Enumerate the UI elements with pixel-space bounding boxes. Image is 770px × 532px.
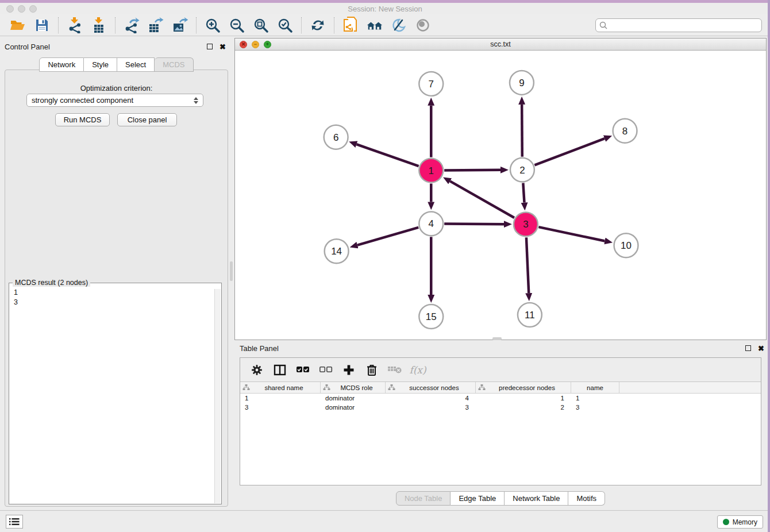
cell-shared-name[interactable]: 3	[240, 403, 321, 412]
graph-edge-2-3[interactable]	[523, 183, 524, 202]
column-header-name[interactable]: name	[571, 382, 619, 393]
float-panel-icon[interactable]	[745, 345, 751, 351]
deselect-all-icon[interactable]	[317, 363, 334, 377]
tab-style[interactable]: Style	[84, 57, 117, 72]
network-minimize-button[interactable]: −	[252, 41, 259, 48]
function-builder-icon: f(x)	[409, 363, 426, 377]
criterion-select[interactable]: strongly connected component	[26, 94, 203, 107]
export-table-icon[interactable]	[147, 17, 164, 34]
network-window-titlebar[interactable]: ✕ − + scc.txt	[235, 38, 766, 51]
eye-icon[interactable]	[414, 17, 432, 34]
cell-successor-nodes[interactable]: 3	[386, 403, 476, 412]
node-table-container: f(x) shared name MCDS role successor nod…	[240, 357, 761, 485]
cell-name[interactable]: 3	[571, 403, 619, 412]
result-scrollbar[interactable]	[214, 289, 221, 503]
graph-edge-2-9[interactable]	[522, 105, 522, 157]
table-row[interactable]: 1 dominator 4 1 1	[240, 394, 761, 403]
graph-edge-3-11[interactable]	[526, 237, 529, 293]
splitter-grip[interactable]	[492, 337, 502, 340]
column-header-filler	[619, 382, 761, 393]
refresh-layout-icon[interactable]	[309, 17, 326, 34]
export-image-icon[interactable]	[171, 17, 188, 34]
float-panel-icon[interactable]	[207, 44, 213, 49]
graph-edge-1-2[interactable]	[444, 170, 500, 171]
export-network-icon[interactable]	[123, 17, 140, 34]
zoom-out-icon[interactable]	[228, 17, 245, 34]
zoom-selected-icon[interactable]	[276, 17, 294, 34]
tab-network-table[interactable]: Network Table	[505, 491, 568, 506]
import-network-icon[interactable]	[66, 17, 83, 34]
tab-mcds[interactable]: MCDS	[155, 57, 193, 72]
tab-select[interactable]: Select	[117, 57, 155, 72]
close-panel-icon[interactable]: ✖	[758, 344, 764, 353]
toolbar-separator	[196, 17, 197, 33]
home-network-icon[interactable]	[366, 17, 383, 34]
mcds-result-title: MCDS result (2 nodes)	[13, 279, 90, 287]
cell-mcds-role[interactable]: dominator	[321, 403, 386, 412]
table-row[interactable]: 3 dominator 3 2 3	[240, 403, 761, 412]
open-session-icon[interactable]	[9, 17, 26, 34]
column-header-mcds-role[interactable]: MCDS role	[321, 382, 386, 393]
graph-edge-3-1[interactable]	[450, 181, 514, 218]
control-panel-tabs: Network Style Select MCDS	[5, 57, 228, 72]
memory-button[interactable]: Memory	[717, 515, 763, 529]
select-all-icon[interactable]	[294, 363, 311, 377]
zoom-fit-icon[interactable]	[252, 17, 270, 34]
graph-edge-2-8[interactable]	[534, 138, 605, 165]
cell-successor-nodes[interactable]: 4	[386, 394, 476, 403]
save-session-icon[interactable]	[33, 17, 51, 34]
table-panel-tabs: Node Table Edge Table Network Table Moti…	[234, 491, 767, 506]
mcds-result-text[interactable]: 1 3	[9, 283, 221, 307]
memory-label: Memory	[733, 518, 757, 526]
control-panel: Control Panel ✖ Network Style Select MCD…	[5, 40, 228, 507]
graphics-details-icon[interactable]	[390, 17, 407, 34]
close-panel-icon[interactable]: ✖	[220, 43, 226, 51]
network-canvas[interactable]: 7968124314101511	[235, 51, 766, 340]
add-column-icon[interactable]	[340, 363, 357, 377]
main-toolbar	[0, 14, 770, 36]
network-graph: 7968124314101511	[235, 51, 766, 340]
cell-shared-name[interactable]: 1	[240, 394, 321, 403]
search-icon	[599, 21, 607, 29]
toolbar-separator	[334, 17, 334, 33]
cell-name[interactable]: 1	[571, 394, 619, 403]
clone-network-icon[interactable]	[342, 17, 359, 34]
task-history-button[interactable]	[6, 515, 23, 529]
column-header-shared-name[interactable]: shared name	[240, 382, 321, 393]
graph-node-label: 15	[426, 311, 437, 322]
columns-icon[interactable]	[271, 363, 288, 377]
gear-icon[interactable]	[248, 363, 265, 377]
tab-motifs[interactable]: Motifs	[568, 491, 605, 506]
cell-predecessor-nodes[interactable]: 1	[476, 394, 571, 403]
run-mcds-button[interactable]: Run MCDS	[55, 113, 110, 126]
graph-edge-4-3[interactable]	[444, 224, 504, 225]
search-input[interactable]	[610, 21, 758, 29]
cell-predecessor-nodes[interactable]: 2	[476, 403, 571, 412]
graph-edge-1-6[interactable]	[356, 144, 418, 166]
list-icon	[9, 518, 20, 526]
column-header-predecessor-nodes[interactable]: predecessor nodes	[476, 382, 571, 393]
graph-edge-3-10[interactable]	[538, 227, 605, 241]
graph-node-label: 11	[525, 310, 535, 321]
optimization-criterion-label: Optimization criterion:	[5, 84, 228, 92]
cell-mcds-role[interactable]: dominator	[321, 394, 386, 403]
tab-edge-table[interactable]: Edge Table	[451, 491, 505, 506]
tree-icon	[478, 384, 486, 391]
mcds-result-line: 3	[14, 298, 218, 307]
search-field[interactable]	[595, 18, 762, 32]
close-panel-button[interactable]: Close panel	[117, 113, 177, 126]
mcds-result-box: MCDS result (2 nodes) 1 3	[9, 283, 222, 504]
column-header-successor-nodes[interactable]: successor nodes	[386, 382, 476, 393]
splitter-grip[interactable]	[230, 261, 233, 281]
graph-edge-4-14[interactable]	[357, 228, 418, 245]
network-close-button[interactable]: ✕	[240, 41, 247, 48]
import-table-icon[interactable]	[90, 17, 107, 34]
zoom-in-icon[interactable]	[204, 17, 221, 34]
graph-node-label: 2	[519, 165, 525, 176]
network-maximize-button[interactable]: +	[264, 41, 271, 48]
tab-network[interactable]: Network	[39, 57, 84, 72]
mcds-panel-body: Optimization criterion: strongly connect…	[5, 70, 228, 507]
tab-node-table[interactable]: Node Table	[396, 491, 451, 506]
delete-column-icon[interactable]	[363, 363, 380, 377]
graph-node-label: 10	[621, 240, 632, 251]
